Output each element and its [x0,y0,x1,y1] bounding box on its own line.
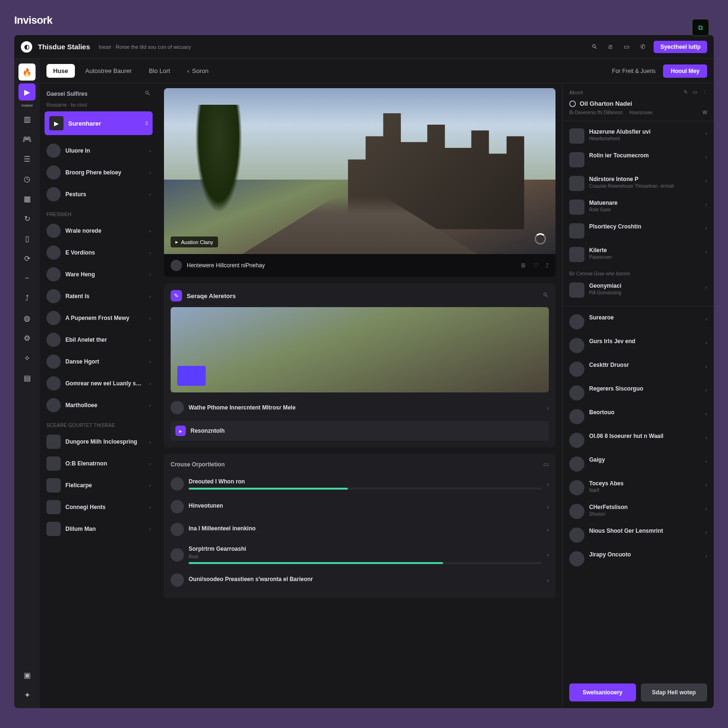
chevron-icon: › [547,481,549,488]
channel-item[interactable]: A Pupenem Frost Mewy › [40,307,157,329]
rail-cog-icon[interactable]: ⚙ [18,329,36,346]
right-list-item[interactable]: Ndirstore Intone PCoauise Rewnetouer Thi… [563,172,714,195]
progress-row[interactable]: Hinveotunen › [171,495,549,518]
right-item-avatar [569,200,584,215]
streamer-avatar[interactable] [171,260,182,271]
right-list-item[interactable]: Hazerune Alubsfier uviHewrbonehent › [563,124,714,148]
more-icon[interactable]: ⋮ [702,89,707,95]
card-search-icon[interactable] [543,292,549,300]
rail-network-icon[interactable]: ⟡ [18,349,36,366]
right-item-avatar [569,338,584,353]
right-list-item[interactable]: Surearoe › [563,310,714,334]
right-list-item[interactable]: Ol.06 8 Isoeurer hut n Waail › [563,428,714,452]
channel-item[interactable]: Broorg Phere beloey › [40,162,157,183]
shield-icon[interactable]: ⛨ [520,262,527,269]
right-list-item[interactable]: Nious Shoot Ger Lensmrint › [563,523,714,547]
right-list-item[interactable]: CHerFetslisonShuesri › [563,500,714,523]
window-icon[interactable]: ▭ [692,89,697,95]
progress-row[interactable]: Sorplrtrm Gearroashi Rosi › [171,541,549,569]
progress-avatar [171,500,184,513]
right-list-item[interactable]: MatuenareRole Gare › [563,195,714,219]
tab-3[interactable]: ‹ Soron [181,64,215,78]
cast-icon[interactable]: ⎚ [605,42,616,52]
rail-active-icon[interactable]: ▶ [18,83,36,100]
channel-item[interactable]: Flelicarpe › [40,474,157,496]
tab-home[interactable]: Huse [46,64,75,78]
channel-item[interactable]: E Vordions › [40,242,157,264]
app-logo-icon[interactable]: ◐ [21,41,32,53]
left-search-icon[interactable] [145,90,151,98]
expand-icon[interactable]: ▭ [543,461,549,468]
channel-item[interactable]: Danse Hgort › [40,351,157,373]
card-preview-image[interactable] [171,307,549,392]
window-control-corner[interactable]: ⧉ [692,19,709,36]
right-top-tab[interactable]: Abont [569,90,583,95]
right-list-item[interactable]: KilertePasesroen › [563,243,714,266]
edit-icon[interactable]: ✎ [683,89,688,95]
phone-icon[interactable]: ✆ [637,42,648,52]
search-icon[interactable] [589,42,600,52]
right-secondary-button[interactable]: Sdap Hell wotep [641,683,708,701]
rail-folder-icon[interactable]: ▥ [18,110,36,127]
channel-item[interactable]: Pesturs › [40,183,157,205]
tab-1[interactable]: Autostree Baurer [79,64,138,78]
channel-item[interactable]: Ebil Anelet ther › [40,329,157,351]
featured-channel[interactable]: ▶ Surenharer 3 [45,111,153,135]
channel-item[interactable]: Wrale norede › [40,220,157,242]
right-subtab-w[interactable]: W [703,110,707,115]
rail-refresh-icon[interactable]: ↻ [18,210,36,227]
right-list-item[interactable]: Regerers Siscorguo › [563,381,714,405]
progress-avatar [171,548,184,562]
card-box-row[interactable]: ▸ Resonzntolh [171,421,549,441]
inbox-icon[interactable]: ▭ [621,42,632,52]
channel-item[interactable]: Ware Heng › [40,264,157,285]
rail-globe-icon[interactable]: ◍ [18,309,36,327]
channel-item[interactable]: Connegi Hents › [40,496,157,518]
right-list-item[interactable]: GeonymiaciPill-Gomansing › [563,278,714,302]
rail-loop-icon[interactable]: ⟳ [18,250,36,267]
right-list-item[interactable]: Toceys AbesNarif › [563,476,714,500]
channel-item[interactable]: O:B Elenatrnon › [40,453,157,474]
channel-avatar [46,376,61,391]
rail-share-icon[interactable]: ⤴ [18,290,36,307]
progress-row[interactable]: Ouni/soodeo Preastieen s'waronta el Bari… [171,569,549,592]
rail-note-icon[interactable]: ▣ [18,666,36,683]
tabs-cta-button[interactable]: Hooul Mey [663,64,707,78]
rail-list-icon[interactable]: ☰ [18,150,36,167]
rail-clock-icon[interactable]: ◷ [18,170,36,187]
chevron-icon: › [149,294,151,299]
rail-home-icon[interactable]: 🔥 [18,64,36,81]
right-primary-button[interactable]: Swelsaniooery [569,683,636,701]
progress-row[interactable]: Ina I Milleenteel inenkino › [171,518,549,541]
channel-item[interactable]: Gomrear new eel Luanly sorst › [40,373,157,394]
heart-icon[interactable]: ♡ [533,262,539,269]
titlebar-cta-button[interactable]: Syectheel lutlp [654,41,707,53]
right-subtab-1[interactable]: Hoersooee [629,110,653,115]
rail-device-icon[interactable]: ▯ [18,230,36,247]
tab-2[interactable]: Blo Lort [142,64,177,78]
right-list-item[interactable]: Gurs Irls Jev end › [563,334,714,357]
right-list-item[interactable]: Jirapy Oncuoto › [563,547,714,571]
progress-row[interactable]: Dreouted I Whon ron › [171,473,549,495]
rail-doc-icon[interactable]: ▤ [18,369,36,386]
share-icon[interactable]: ⤴ [546,262,549,269]
channel-item[interactable]: Dlilum Man › [40,518,157,540]
rail-grid-icon[interactable]: ▦ [18,190,36,207]
channel-item[interactable]: Martholloee › [40,394,157,416]
window-subtitle: Inesir · Rorse the tild sou con of wicua… [99,44,191,50]
right-list-item[interactable]: Gaigy › [563,452,714,476]
right-list-item[interactable]: Ceskttr Druosr › [563,357,714,381]
right-list-item[interactable]: Beortouo › [563,405,714,428]
right-subtab-0[interactable]: Bi Deverenis fhi Diltereon [569,110,623,115]
rail-minus-icon[interactable]: − [18,270,36,287]
hero-player[interactable]: ▸ Austion Clany Hentewere Hillcorent niP… [164,88,555,277]
rail-game-icon[interactable]: 🎮 [18,130,36,147]
tabs-link[interactable]: For Freit & Jueris [612,68,655,74]
card-row[interactable]: Wathe Pthome Innercntent Mltrosr Mele › [171,398,549,417]
channel-item[interactable]: Dungore Milh Incloespring › [40,431,157,453]
rail-star-icon[interactable]: ✦ [18,686,36,703]
channel-item[interactable]: Ratent Is › [40,285,157,307]
right-list-item[interactable]: Rolin ier Tocumecrom › [563,148,714,172]
channel-item[interactable]: Uluore In › [40,140,157,162]
right-list-item[interactable]: Plsortiecy Croshtin › [563,219,714,243]
